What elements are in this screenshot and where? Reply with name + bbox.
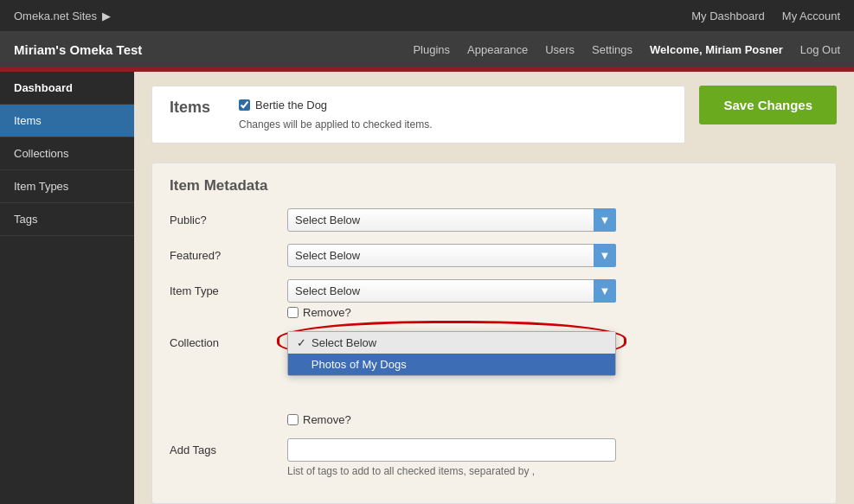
collection-field: Select Below Photos of My Dogs ▼ ✓ Selec… [287, 331, 819, 426]
tags-hint: List of tags to add to all checked items… [287, 465, 819, 477]
metadata-section: Item Metadata Public? Select Below Yes N… [151, 163, 837, 504]
featured-field: Select Below Yes No ▼ [287, 244, 819, 267]
red-circle-wrap: Select Below Photos of My Dogs ▼ ✓ Selec… [287, 331, 616, 354]
save-changes-button[interactable]: Save Changes [699, 86, 837, 124]
featured-select[interactable]: Select Below Yes No [287, 244, 616, 267]
public-row: Public? Select Below Yes No ▼ [170, 208, 819, 232]
item-type-row: Item Type Select Below ▼ Remove? [170, 279, 819, 319]
public-select[interactable]: Select Below Yes No [287, 208, 616, 232]
plugins-link[interactable]: Plugins [413, 43, 450, 56]
add-tags-input[interactable] [287, 438, 616, 462]
item-type-label: Item Type [170, 279, 273, 297]
site-title[interactable]: Miriam's Omeka Test [14, 42, 142, 57]
featured-select-wrap: Select Below Yes No ▼ [287, 244, 616, 267]
items-box-wrap: Items Bertie the Dog Changes will be app… [151, 86, 685, 159]
add-tags-row: Add Tags List of tags to add to all chec… [170, 438, 819, 477]
item-type-remove-label: Remove? [303, 306, 351, 319]
settings-link[interactable]: Settings [592, 43, 632, 56]
save-wrap: Save Changes [699, 86, 837, 159]
top-bar-left: Omeka.net Sites ▶ [14, 10, 111, 22]
checkmark-icon-2 [297, 358, 306, 371]
page-layout: Dashboard Items Collections Item Types T… [0, 72, 854, 504]
item-type-remove-checkbox[interactable] [287, 307, 299, 318]
item-type-remove-wrap: Remove? [287, 306, 819, 319]
logout-link[interactable]: Log Out [800, 43, 840, 56]
metadata-title: Item Metadata [170, 177, 819, 195]
item-type-select[interactable]: Select Below [287, 279, 616, 303]
bertie-checkbox[interactable] [239, 99, 250, 111]
main-content: Items Bertie the Dog Changes will be app… [134, 72, 854, 504]
bertie-label: Bertie the Dog [255, 99, 327, 112]
sidebar-item-item-types[interactable]: Item Types [0, 170, 134, 203]
second-navigation-bar: Miriam's Omeka Test Plugins Appearance U… [0, 31, 854, 67]
sidebar: Dashboard Items Collections Item Types T… [0, 72, 134, 504]
changes-note: Changes will be applied to checked items… [239, 118, 432, 131]
my-dashboard-link[interactable]: My Dashboard [691, 10, 765, 22]
collection-row: Collection Select Below Photos of My Dog… [170, 331, 819, 426]
top-bar-arrow: ▶ [102, 10, 111, 22]
appearance-link[interactable]: Appearance [467, 43, 528, 56]
featured-label: Featured? [170, 244, 273, 262]
collection-label: Collection [170, 331, 273, 349]
add-tags-label: Add Tags [170, 438, 273, 456]
sidebar-item-items[interactable]: Items [0, 105, 134, 137]
top-area: Items Bertie the Dog Changes will be app… [151, 86, 837, 159]
collection-remove-checkbox[interactable] [287, 414, 299, 425]
add-tags-field: List of tags to add to all checked items… [287, 438, 819, 477]
item-type-field: Select Below ▼ Remove? [287, 279, 819, 319]
second-bar-nav: Plugins Appearance Users Settings Welcom… [413, 43, 840, 56]
collection-option-select-below[interactable]: ✓ Select Below [288, 332, 615, 354]
collection-option-label-2: Photos of My Dogs [311, 358, 407, 371]
collection-remove-label: Remove? [303, 413, 351, 426]
top-bar-right: My Dashboard My Account [691, 10, 840, 22]
public-select-wrap: Select Below Yes No ▼ [287, 208, 616, 232]
item-type-select-wrap: Select Below ▼ [287, 279, 616, 303]
my-account-link[interactable]: My Account [782, 10, 840, 22]
collection-option-photos[interactable]: Photos of My Dogs [288, 354, 615, 375]
items-box-title: Items [170, 99, 222, 117]
welcome-text: Welcome, Miriam Posner [650, 43, 783, 56]
sidebar-item-tags[interactable]: Tags [0, 203, 134, 236]
collection-remove-wrap: Remove? [287, 413, 819, 426]
collection-option-label-1: Select Below [311, 336, 376, 349]
users-link[interactable]: Users [545, 43, 575, 56]
sidebar-item-collections[interactable]: Collections [0, 137, 134, 170]
collection-dropdown-overlay: ✓ Select Below Photos of My Dogs [287, 331, 616, 376]
top-navigation-bar: Omeka.net Sites ▶ My Dashboard My Accoun… [0, 0, 854, 31]
public-field: Select Below Yes No ▼ [287, 208, 819, 232]
public-label: Public? [170, 208, 273, 226]
bertie-checkbox-label[interactable]: Bertie the Dog [239, 99, 432, 112]
omeka-sites-link[interactable]: Omeka.net Sites [14, 10, 97, 22]
sidebar-item-dashboard[interactable]: Dashboard [0, 72, 134, 105]
items-header-box: Items Bertie the Dog Changes will be app… [151, 86, 685, 144]
checkmark-icon: ✓ [297, 336, 306, 349]
items-info: Bertie the Dog Changes will be applied t… [239, 99, 432, 131]
featured-row: Featured? Select Below Yes No ▼ [170, 244, 819, 267]
